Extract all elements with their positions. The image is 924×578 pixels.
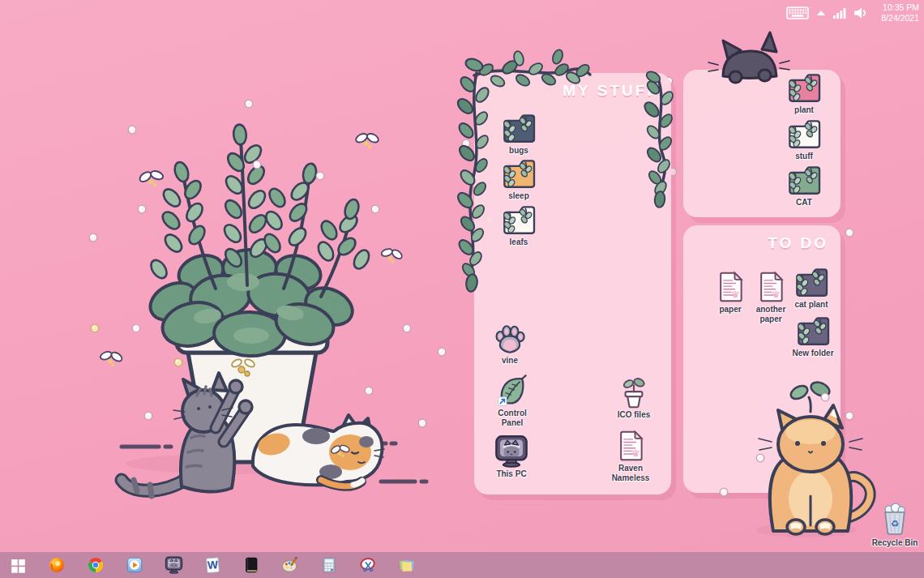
desktop-icon-ico-files[interactable]: ICO files — [603, 376, 665, 420]
taskbar-icon-chrome[interactable] — [86, 555, 105, 575]
gray-cat — [122, 373, 252, 496]
icon-label: Raven Nameless — [605, 464, 656, 483]
desktop-icon-sleep[interactable]: sleep — [488, 159, 550, 201]
icon-label: Control Panel — [487, 409, 537, 428]
plant-canopy — [144, 250, 358, 358]
icon-label: plant — [794, 105, 814, 115]
paint-icon — [281, 556, 299, 574]
svg-text:W: W — [207, 559, 218, 572]
folder-vine-icon — [786, 73, 822, 104]
desktop-icon-stuff[interactable]: stuff — [773, 119, 835, 161]
flower-pot — [177, 330, 327, 462]
word-icon: W — [203, 556, 221, 574]
desktop-icon-recycle-bin[interactable]: Recycle Bin — [864, 503, 924, 548]
calico-cat — [253, 415, 384, 486]
leaf-shortcut-icon — [496, 375, 528, 407]
ground-shadow — [126, 453, 369, 474]
desktop-icon-vine[interactable]: vine — [479, 324, 541, 366]
tray-network-icon[interactable] — [833, 7, 846, 19]
desktop-icon-plant[interactable]: plant — [773, 73, 835, 115]
taskbar-icon-paint[interactable] — [280, 555, 300, 575]
paw-icon — [494, 324, 526, 354]
desktop-icon-control-panel[interactable]: Control Panel — [481, 375, 543, 428]
taskbar-icon-black-book[interactable] — [242, 555, 261, 575]
desktop-icon-leafs[interactable]: leafs — [488, 205, 550, 247]
tray-date: 8/24/2021 — [875, 13, 919, 24]
icon-label: This PC — [496, 469, 526, 479]
folder-vine-icon — [794, 268, 829, 298]
folder-vine-icon — [501, 113, 537, 144]
folder-vine-icon — [786, 165, 822, 196]
cat-monitor-icon — [165, 556, 183, 574]
icon-label: ICO files — [618, 410, 651, 420]
media-player-icon — [126, 556, 143, 574]
chrome-icon — [87, 556, 105, 574]
taskbar-icon-cat-pc[interactable] — [164, 555, 183, 575]
windows-logo-icon — [10, 557, 27, 574]
desktop-icon-cat[interactable]: CAT — [773, 165, 835, 208]
taskbar-icon-sticky-notes[interactable] — [397, 555, 417, 575]
taskbar-icon-word[interactable]: W — [203, 555, 222, 575]
icon-label: New folder — [792, 349, 833, 358]
icon-label: paper — [719, 305, 741, 315]
folder-vine-icon — [795, 316, 831, 347]
taskbar-icon-firefox[interactable] — [47, 555, 66, 575]
desktop-icon-cat-plant[interactable]: cat plant — [781, 268, 842, 310]
system-tray: 10:35 PM 8/24/2021 — [786, 0, 919, 26]
icon-label: Recycle Bin — [872, 538, 918, 548]
desktop-icon-raven-nameless[interactable]: Raven Nameless — [600, 430, 661, 483]
recycle-bin-icon — [879, 503, 911, 537]
icon-label: CAT — [796, 198, 812, 208]
desktop-icon-this-pc[interactable]: This PC — [481, 435, 542, 479]
taskbar-icon-snipping-tool[interactable] — [358, 555, 378, 575]
cat-monitor-icon — [494, 435, 529, 468]
tray-volume-icon[interactable] — [854, 7, 867, 19]
icon-label: vine — [502, 356, 518, 366]
taskbar-icon-calculator[interactable] — [319, 555, 339, 575]
desktop-icon-bugs[interactable]: bugs — [488, 113, 550, 156]
icon-label: bugs — [509, 146, 528, 156]
black-book-icon — [242, 556, 260, 574]
plant-stems — [184, 139, 351, 297]
potted-sprout-icon — [619, 376, 648, 409]
panel-my-stuff-title: MY STUFF — [563, 82, 659, 100]
folder-vine-icon — [501, 205, 537, 236]
taskbar-icon-media-player[interactable] — [125, 555, 144, 575]
sticky-notes-icon — [398, 556, 416, 574]
tray-clock[interactable]: 10:35 PM 8/24/2021 — [875, 2, 919, 24]
desktop-icon-new-folder[interactable]: New folder — [782, 316, 844, 358]
stem-leaves — [148, 124, 371, 281]
taskbar: W — [0, 552, 924, 578]
tray-hidden-icons-chevron[interactable] — [817, 10, 825, 16]
firefox-icon — [48, 556, 66, 574]
folder-vine-icon — [786, 119, 822, 150]
bee-drawing-on-pot — [230, 358, 255, 376]
icon-label: leafs — [510, 238, 528, 247]
tray-keyboard-icon[interactable] — [786, 5, 809, 21]
tray-time: 10:35 PM — [875, 2, 919, 13]
panel-todo-title: TO DO — [768, 234, 828, 252]
icon-label: sleep — [508, 191, 529, 201]
icon-label: cat plant — [794, 300, 828, 310]
start-button[interactable] — [8, 555, 28, 575]
snipping-tool-icon — [359, 556, 377, 574]
butterflies — [98, 132, 404, 459]
folder-vine-icon — [501, 159, 537, 190]
panel-todo: TO DO — [683, 225, 841, 493]
ground-dashes — [122, 443, 426, 482]
canopy-highlights — [193, 273, 306, 344]
calculator-icon — [320, 556, 338, 574]
icon-label: stuff — [795, 152, 813, 161]
document-icon — [617, 430, 644, 462]
